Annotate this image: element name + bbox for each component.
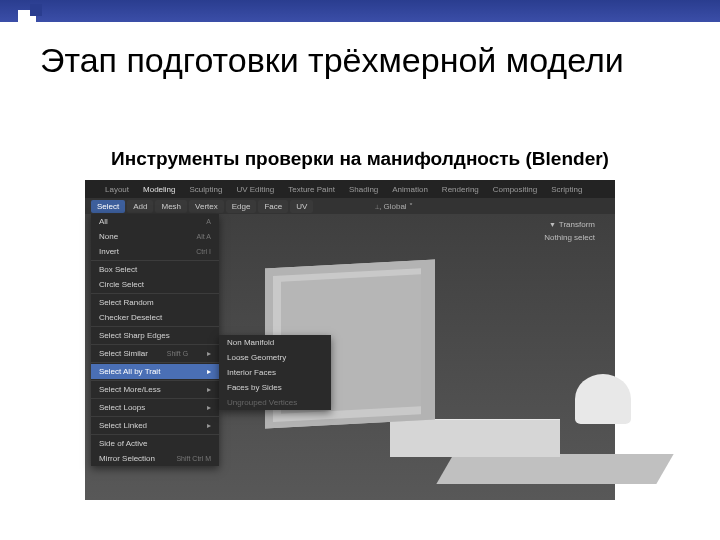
menu-separator (91, 260, 219, 261)
workspace-tabs: Layout Modeling Sculpting UV Editing Tex… (85, 180, 615, 198)
menu-separator (91, 326, 219, 327)
orientation-global[interactable]: ⟂, Global ˅ (375, 202, 413, 211)
menu-item-label: Side of Active (99, 439, 147, 448)
menu-item-select-all-by-trait[interactable]: Select All by Trait (91, 364, 219, 379)
slide-title: Этап подготовки трёхмерной модели (40, 40, 680, 81)
menu-item-label: Select Linked (99, 421, 147, 430)
menu-separator (91, 293, 219, 294)
tab-rendering[interactable]: Rendering (442, 185, 479, 194)
menu-item-checker-deselect[interactable]: Checker Deselect (91, 310, 219, 325)
tab-texture-paint[interactable]: Texture Paint (288, 185, 335, 194)
menu-item-label: Box Select (99, 265, 137, 274)
menu-item-label: All (99, 217, 108, 226)
menu-select[interactable]: Select (91, 200, 125, 213)
tab-animation[interactable]: Animation (392, 185, 428, 194)
menu-separator (91, 416, 219, 417)
menu-item-label: None (99, 232, 118, 241)
menu-item-box-select[interactable]: Box Select (91, 262, 219, 277)
menu-item-select-random[interactable]: Select Random (91, 295, 219, 310)
menu-item-shortcut: Shift G (167, 350, 188, 357)
menu-item-shortcut: Alt A (197, 233, 211, 240)
menu-item-label: Select Similar (99, 349, 148, 358)
slide: Этап подготовки трёхмерной модели Инстру… (0, 0, 720, 540)
menu-uv[interactable]: UV (290, 200, 313, 213)
menu-item-label: Select Sharp Edges (99, 331, 170, 340)
menu-item-label: Select All by Trait (99, 367, 160, 376)
menu-item-circle-select[interactable]: Circle Select (91, 277, 219, 292)
submenu-item-ungrouped-vertices: Ungrouped Vertices (219, 395, 331, 410)
menu-item-select-similar[interactable]: Select SimilarShift G (91, 346, 219, 361)
menu-face[interactable]: Face (258, 200, 288, 213)
submenu-item-faces-by-sides[interactable]: Faces by Sides (219, 380, 331, 395)
menu-item-select-loops[interactable]: Select Loops (91, 400, 219, 415)
menu-item-shortcut: A (206, 218, 211, 225)
menu-item-label: Select More/Less (99, 385, 161, 394)
slide-logo (18, 4, 42, 28)
blender-screenshot: Layout Modeling Sculpting UV Editing Tex… (85, 180, 615, 500)
menu-edge[interactable]: Edge (226, 200, 257, 213)
panel-transform-header[interactable]: Transform (538, 218, 601, 231)
menu-add[interactable]: Add (127, 200, 153, 213)
menu-item-select-more-less[interactable]: Select More/Less (91, 382, 219, 397)
menu-separator (91, 344, 219, 345)
tab-shading[interactable]: Shading (349, 185, 378, 194)
submenu-item-non-manifold[interactable]: Non Manifold (219, 335, 331, 350)
tab-uv-editing[interactable]: UV Editing (236, 185, 274, 194)
menu-item-side-of-active[interactable]: Side of Active (91, 436, 219, 451)
slide-header-stripe (0, 0, 720, 22)
menu-item-invert[interactable]: InvertCtrl I (91, 244, 219, 259)
menu-item-label: Invert (99, 247, 119, 256)
menu-separator (91, 362, 219, 363)
tab-layout[interactable]: Layout (105, 185, 129, 194)
menu-item-label: Checker Deselect (99, 313, 162, 322)
menu-item-label: Circle Select (99, 280, 144, 289)
n-panel: Transform Nothing select (538, 218, 601, 244)
submenu-item-loose-geometry[interactable]: Loose Geometry (219, 350, 331, 365)
menu-separator (91, 380, 219, 381)
menu-item-mirror-selection[interactable]: Mirror SelectionShift Ctrl M (91, 451, 219, 466)
menu-item-label: Select Random (99, 298, 154, 307)
select-menu: AllANoneAlt AInvertCtrl IBox SelectCircl… (91, 214, 219, 466)
menu-item-label: Select Loops (99, 403, 145, 412)
tab-scripting[interactable]: Scripting (551, 185, 582, 194)
menu-item-all[interactable]: AllA (91, 214, 219, 229)
menu-item-shortcut: Shift Ctrl M (176, 455, 211, 462)
menu-item-select-linked[interactable]: Select Linked (91, 418, 219, 433)
select-by-trait-submenu: Non ManifoldLoose GeometryInterior Faces… (219, 335, 331, 410)
menu-item-none[interactable]: NoneAlt A (91, 229, 219, 244)
menu-separator (91, 434, 219, 435)
menu-item-shortcut: Ctrl I (196, 248, 211, 255)
menu-item-label: Mirror Selection (99, 454, 155, 463)
menu-vertex[interactable]: Vertex (189, 200, 224, 213)
header-bar: Select Add Mesh Vertex Edge Face UV ⟂, G… (85, 198, 615, 214)
tab-compositing[interactable]: Compositing (493, 185, 537, 194)
tab-modeling[interactable]: Modeling (143, 185, 175, 194)
menu-separator (91, 398, 219, 399)
slide-subtitle: Инструменты проверки на манифолдность (B… (60, 148, 660, 170)
menu-mesh[interactable]: Mesh (155, 200, 187, 213)
submenu-item-interior-faces[interactable]: Interior Faces (219, 365, 331, 380)
tab-sculpting[interactable]: Sculpting (190, 185, 223, 194)
panel-nothing-selected: Nothing select (538, 231, 601, 244)
menu-item-select-sharp-edges[interactable]: Select Sharp Edges (91, 328, 219, 343)
